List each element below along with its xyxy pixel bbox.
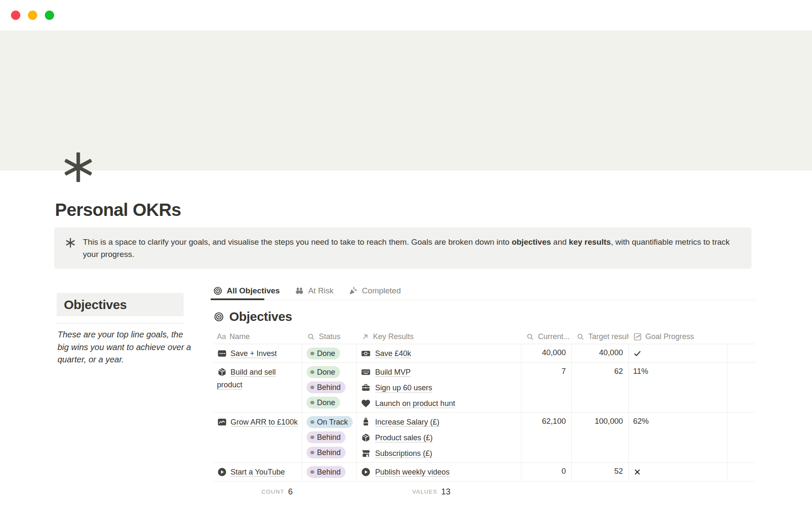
notion-window: Personal OKRs This is a space to clarify…: [0, 0, 812, 508]
magnifier-icon: [307, 332, 315, 341]
callout-text-part: and: [551, 237, 569, 246]
target-result-cell[interactable]: 100,000: [572, 413, 629, 462]
storefront-icon: [361, 448, 371, 458]
window-maximize-button[interactable]: [45, 11, 54, 20]
status-pill-on-track[interactable]: On Track: [307, 416, 353, 428]
key-results-cell: Build MVPSign up 60 usersLaunch on produ…: [357, 363, 521, 412]
key-result-label: Sign up 60 users: [375, 381, 432, 394]
column-header-goal-progress[interactable]: Goal Progress: [629, 330, 727, 344]
values-label: VALUES: [412, 489, 437, 495]
table-title: Objectives: [213, 309, 292, 324]
page-title: Personal OKRs: [55, 200, 181, 220]
key-result-link[interactable]: Increase Salary (£): [361, 416, 518, 428]
status-pill-done[interactable]: Done: [307, 348, 340, 359]
column-header-current[interactable]: Current...: [521, 330, 572, 344]
tab-all-objectives[interactable]: All Objectives: [213, 286, 280, 296]
x-mark-icon: [633, 468, 642, 476]
status-label: Behind: [317, 468, 341, 477]
key-result-label: Publish weekly videos: [375, 466, 450, 478]
tabs-divider: [213, 300, 755, 300]
heart-icon: [361, 398, 371, 409]
sidebar-heading-text: Objectives: [64, 298, 127, 312]
status-pill-done[interactable]: Done: [307, 366, 340, 378]
target-result-cell[interactable]: 62: [572, 363, 629, 412]
card-icon: [217, 348, 227, 359]
goal-progress-cell: 62%: [629, 413, 727, 462]
key-result-link[interactable]: Product sales (£): [361, 431, 518, 444]
status-pill-behind[interactable]: Behind: [307, 447, 346, 458]
table-title-text: Objectives: [229, 309, 292, 324]
page-icon[interactable]: [62, 151, 95, 184]
arrow-up-right-icon: [361, 332, 370, 341]
current-result-cell[interactable]: 0: [521, 463, 572, 481]
key-result-link[interactable]: Build MVP: [361, 366, 518, 378]
column-header-label: Key Results: [373, 332, 414, 341]
status-dot-icon: [310, 436, 314, 439]
window-titlebar: [0, 0, 812, 30]
objective-name-cell[interactable]: Grow ARR to £100k: [213, 413, 302, 462]
sidebar-heading: Objectives: [57, 293, 184, 316]
key-result-link[interactable]: Subscriptions (£): [361, 447, 518, 460]
column-header-label: Name: [229, 332, 250, 341]
column-header-label: Target result: [588, 332, 629, 341]
objective-name-link[interactable]: Save + Invest: [230, 349, 277, 358]
column-header-target-result[interactable]: Target result: [572, 330, 629, 344]
status-pill-behind[interactable]: Behind: [307, 431, 346, 443]
key-result-link[interactable]: Launch on product hunt: [361, 397, 518, 410]
status-pill-done[interactable]: Done: [307, 397, 340, 409]
spacer-cell: [727, 344, 755, 362]
current-result-cell[interactable]: 40,000: [521, 344, 572, 362]
toolbox-icon: [361, 383, 371, 393]
key-results-cell: Publish weekly videos: [357, 463, 521, 481]
footer-values-calculation[interactable]: VALUES 13: [412, 487, 450, 497]
spacer-cell: [727, 463, 755, 481]
play-icon: [217, 467, 227, 477]
column-header-label: Goal Progress: [645, 332, 694, 341]
goal-progress-value: 11%: [633, 367, 648, 375]
footer-count-calculation[interactable]: COUNT 6: [261, 487, 293, 497]
status-label: Done: [317, 349, 335, 358]
chart-line-icon: [217, 417, 227, 427]
objective-name-cell[interactable]: Build and sell product: [213, 363, 302, 412]
text-icon: Aa: [217, 332, 226, 341]
keyboard-icon: [361, 367, 371, 377]
status-pill-behind[interactable]: Behind: [307, 381, 346, 393]
count-label: COUNT: [261, 489, 284, 495]
key-result-label: Launch on product hunt: [375, 397, 455, 410]
target-result-cell[interactable]: 52: [572, 463, 629, 481]
play-icon: [361, 467, 371, 477]
status-label: Behind: [317, 448, 341, 457]
status-cell: Done: [302, 344, 357, 362]
objective-name-cell[interactable]: Start a YouTube: [213, 463, 302, 481]
divider: [57, 323, 184, 323]
tab-at-risk[interactable]: At Risk: [294, 286, 334, 296]
objective-name-link[interactable]: Start a YouTube: [230, 468, 285, 476]
key-result-link[interactable]: Publish weekly videos: [361, 466, 518, 478]
count-value: 6: [288, 487, 293, 497]
callout-text: This is a space to clarify your goals, a…: [83, 236, 741, 260]
status-dot-icon: [310, 370, 314, 374]
column-header-name[interactable]: AaName: [213, 330, 302, 344]
target-result-cell[interactable]: 40,000: [572, 344, 629, 362]
banknote-icon: [361, 348, 371, 359]
window-minimize-button[interactable]: [28, 11, 37, 20]
callout: This is a space to clarify your goals, a…: [54, 227, 752, 269]
status-label: Behind: [317, 433, 341, 442]
column-header-status[interactable]: Status: [302, 330, 357, 344]
column-header-key-results[interactable]: Key Results: [357, 330, 521, 344]
current-result-cell[interactable]: 62,100: [521, 413, 572, 462]
asterisk-icon: [65, 237, 76, 248]
objective-name-cell[interactable]: Save + Invest: [213, 344, 302, 362]
callout-text-part: This is a space to clarify your goals, a…: [83, 237, 512, 246]
tab-completed[interactable]: Completed: [348, 286, 401, 296]
status-dot-icon: [310, 386, 314, 389]
target-icon: [213, 311, 225, 323]
key-result-link[interactable]: Sign up 60 users: [361, 381, 518, 394]
status-pill-behind[interactable]: Behind: [307, 466, 346, 478]
window-close-button[interactable]: [11, 11, 20, 20]
chart-box-icon: [633, 332, 642, 341]
objective-name-link[interactable]: Grow ARR to £100k: [230, 418, 298, 426]
column-header-label: Current...: [538, 332, 570, 341]
current-result-cell[interactable]: 7: [521, 363, 572, 412]
key-result-link[interactable]: Save £40k: [361, 347, 518, 360]
